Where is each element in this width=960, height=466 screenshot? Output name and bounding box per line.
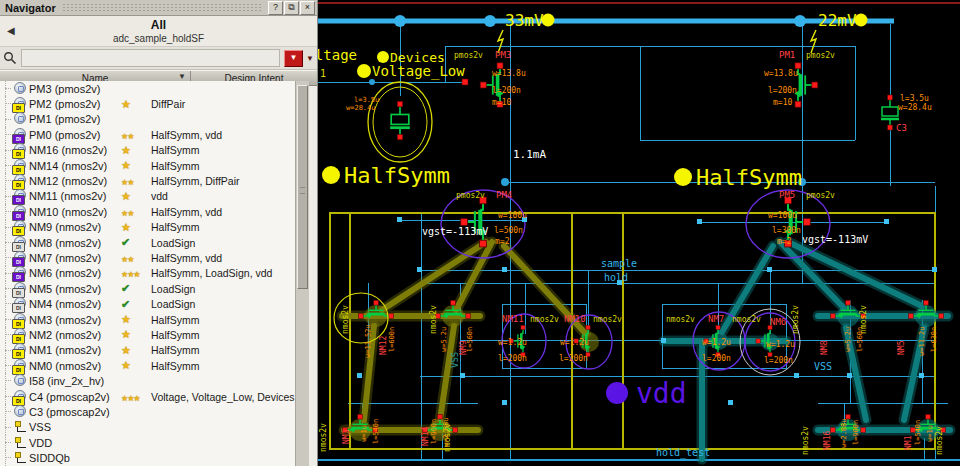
design-intent-text[interactable]: HalfSymm, vdd — [151, 129, 297, 141]
design-intent-text[interactable]: HalfSymm — [151, 314, 297, 326]
schematic-label[interactable]: vgst=-113mV — [422, 226, 488, 237]
schematic-label[interactable]: l=540n — [372, 419, 380, 444]
schematic-label[interactable]: hold — [604, 272, 628, 283]
schematic-label[interactable]: nmos2v — [319, 423, 328, 452]
schematic-label[interactable]: w=13.8u — [492, 69, 526, 78]
tree-row[interactable]: DINM1 (nmos2v)★HalfSymm — [0, 343, 297, 358]
schematic-label[interactable]: NM3 — [342, 429, 351, 444]
tree-row[interactable]: DIPM2 (pmos2v)★DiffPair — [0, 96, 297, 111]
tree-row[interactable]: I58 (inv_2x_hv) — [0, 373, 297, 388]
schematic-label[interactable]: w=100u — [498, 211, 527, 220]
schematic-label[interactable]: pmos2v — [456, 191, 485, 200]
schematic-label[interactable]: l=200n — [492, 86, 521, 95]
schematic-label[interactable]: l=600n — [388, 327, 396, 352]
design-intent-text[interactable]: LoadSign — [151, 298, 297, 310]
design-intent-text[interactable]: HalfSymm — [151, 221, 297, 233]
schematic-label[interactable]: pmos2v — [806, 191, 835, 200]
tree-row[interactable]: C3 (pmoscap2v) — [0, 404, 297, 419]
schematic-label[interactable]: l=3.5u — [354, 96, 379, 104]
tree-row[interactable]: DIC4 (pmoscap2v)★★★Voltage, Voltage_Low,… — [0, 389, 297, 404]
instance-name[interactable]: C4 (pmoscap2v) — [29, 391, 121, 403]
instance-name[interactable]: VSS — [29, 421, 121, 433]
schematic-label[interactable]: w=5.2u — [440, 327, 448, 352]
design-intent-text[interactable]: Voltage, Voltage_Low, Devices — [151, 391, 297, 403]
navigator-scrollbar[interactable] — [295, 81, 309, 466]
design-intent-text[interactable]: vdd — [151, 190, 297, 202]
tree-row[interactable]: DINM16 (nmos2v)★HalfSymm — [0, 143, 297, 158]
schematic-label[interactable]: w=100u — [768, 211, 797, 220]
schematic-label[interactable]: nmos2v — [341, 305, 350, 334]
schematic-label[interactable]: nmos2v — [530, 315, 559, 324]
instance-name[interactable]: NM6 (nmos2v) — [29, 267, 121, 279]
schematic-label[interactable]: 33mV — [505, 11, 544, 30]
schematic-label[interactable]: l=300n — [772, 226, 801, 235]
search-input[interactable] — [21, 49, 280, 67]
tree-row[interactable]: DINM2 (nmos2v)★HalfSymm — [0, 327, 297, 342]
tree-row[interactable]: DINM8 (nmos2v)✔LoadSign — [0, 235, 297, 250]
design-intent-text[interactable]: HalfSymm — [151, 344, 297, 356]
schematic-label[interactable]: w=28.4u — [346, 104, 376, 112]
tree-row[interactable]: DINM4 (nmos2v)✔LoadSign — [0, 296, 297, 311]
instance-name[interactable]: NM3 (nmos2v) — [29, 314, 121, 326]
schematic-label[interactable]: vdd — [636, 377, 687, 410]
schematic-label[interactable]: HalfSymm — [344, 163, 450, 188]
schematic-label[interactable]: l=540n — [914, 420, 922, 445]
instance-name[interactable]: PM0 (pmos2v) — [29, 129, 121, 141]
instance-name[interactable]: I58 (inv_2x_hv) — [29, 375, 121, 387]
instance-name[interactable]: NM11 (nmos2v) — [29, 190, 121, 202]
schematic-label[interactable]: NM14 — [421, 427, 430, 446]
design-intent-text[interactable]: HalfSymm — [151, 360, 297, 372]
schematic-label[interactable]: m=2 — [777, 237, 792, 246]
design-intent-text[interactable]: DiffPair — [151, 98, 297, 110]
schematic-label[interactable]: l=200n — [702, 354, 731, 363]
schematic-label[interactable]: PM3 — [495, 50, 511, 60]
schematic-label[interactable]: nmos2v — [732, 315, 761, 324]
schematic-label[interactable]: m=10 — [773, 98, 792, 107]
close-button[interactable]: × — [300, 1, 315, 15]
schematic-label[interactable]: nmos2v — [801, 426, 810, 455]
instance-name[interactable]: NM4 (nmos2v) — [29, 298, 121, 310]
schematic-label[interactable]: w=28.4u — [898, 103, 932, 112]
tree-row[interactable]: SIDDQb — [0, 450, 297, 465]
float-button[interactable]: ⧉ — [284, 1, 299, 15]
instance-name[interactable]: NM12 (nmos2v) — [29, 175, 121, 187]
design-intent-text[interactable]: HalfSymm, vdd — [151, 206, 297, 218]
instance-name[interactable]: NM16 (nmos2v) — [29, 144, 121, 156]
tree-row[interactable]: VDD — [0, 435, 297, 450]
design-intent-text[interactable]: LoadSign — [151, 283, 297, 295]
schematic-label[interactable]: pmos2v — [806, 51, 835, 60]
schematic-label[interactable]: w=11.2u — [918, 326, 926, 356]
schematic-label[interactable]: l=560n — [856, 327, 864, 352]
instance-name[interactable]: C3 (pmoscap2v) — [29, 406, 121, 418]
instance-name[interactable]: NM1 (nmos2v) — [29, 344, 121, 356]
schematic-label[interactable]: w=11.52u — [364, 324, 372, 358]
schematic-label[interactable]: NM11 — [502, 314, 524, 324]
instance-name[interactable]: NM14 (nmos2v) — [29, 160, 121, 172]
schematic-label[interactable]: w=1u — [926, 425, 934, 442]
tree-row[interactable]: DINM14 (nmos2v)★HalfSymm — [0, 158, 297, 173]
schematic-label[interactable]: nmos2v — [935, 426, 944, 455]
schematic-label[interactable]: NM7 — [708, 314, 724, 324]
design-intent-text[interactable]: HalfSymm, LoadSign, vdd — [151, 267, 297, 279]
schematic-label[interactable]: VSS — [814, 361, 832, 372]
tree-row[interactable]: DIPM0 (pmos2v)★★HalfSymm, vdd — [0, 127, 297, 142]
schematic-label[interactable]: Voltage_Low — [372, 63, 465, 80]
tree-row[interactable]: DINM7 (nmos2v)★★HalfSymm, vdd — [0, 250, 297, 265]
tree-row[interactable]: DINM12 (nmos2v)★★HalfSymm, DiffPair — [0, 173, 297, 188]
schematic-label[interactable]: NM8 — [820, 340, 829, 355]
tree-row[interactable]: DINM9 (nmos2v)★HalfSymm — [0, 220, 297, 235]
schematic-label[interactable]: vgst=-113mV — [802, 234, 868, 245]
design-intent-text[interactable]: HalfSymm, DiffPair — [151, 175, 297, 187]
schematic-label[interactable]: NM16 — [823, 431, 832, 450]
design-intent-text[interactable]: HalfSymm — [151, 144, 297, 156]
schematic-canvas[interactable]: VoltageDevicesVoltage_Low133mV22mVHalfSy… — [318, 0, 960, 466]
instance-name[interactable]: PM3 (pmos2v) — [29, 83, 121, 95]
schematic-label[interactable]: hold_test — [656, 447, 710, 459]
schematic-label[interactable]: NM12 — [379, 336, 388, 355]
schematic-label[interactable]: m=10 — [492, 98, 511, 107]
instance-name[interactable]: NM2 (nmos2v) — [29, 329, 121, 341]
schematic-label[interactable]: nmos2v — [593, 315, 622, 324]
schematic-label[interactable]: w=1.2u — [560, 338, 589, 347]
schematic-label[interactable]: 22mV — [818, 11, 857, 30]
navigator-titlebar[interactable]: Navigator ? ⧉ × — [0, 0, 317, 16]
